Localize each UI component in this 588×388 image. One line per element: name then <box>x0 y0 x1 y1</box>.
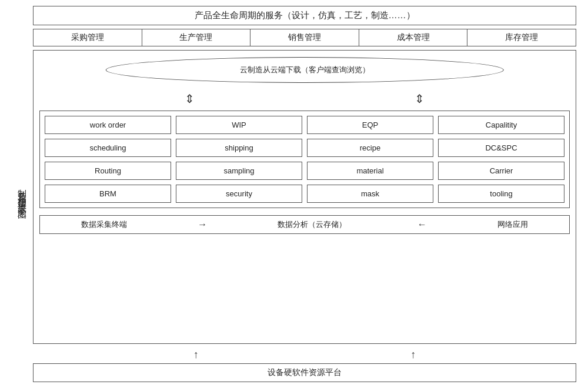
top-service-bar: 产品全生命周期的服务（设计，仿真，工艺，制造……） <box>33 6 576 25</box>
module-grid: work order WIP EQP Capalitity scheduling… <box>45 116 564 203</box>
module-dcspc: DC&SPC <box>438 139 564 157</box>
module-sampling: sampling <box>176 162 302 180</box>
mgmt-row: 采购管理 生产管理 销售管理 成本管理 库存管理 <box>33 29 576 46</box>
up-arrows-row: ↑ ↑ <box>87 349 522 361</box>
module-tooling: tooling <box>438 185 564 203</box>
module-material: material <box>307 162 433 180</box>
module-carrier: Carrier <box>438 162 564 180</box>
module-eqp: EQP <box>307 116 433 134</box>
cloud-section: 云制造从云端下载（客户端查询浏览） ⇕ ⇕ work order WIP EQP… <box>33 50 576 344</box>
arrow-up-right: ↑ <box>410 349 416 361</box>
data-row: 数据采集终端 → 数据分析（云存储） ← 网络应用 <box>39 215 570 234</box>
hardware-section: ↑ ↑ 设备硬软件资源平台 <box>33 349 576 382</box>
cloud-oval-container: 云制造从云端下载（客户端查询浏览） <box>39 55 570 85</box>
mgmt-item-1: 生产管理 <box>142 29 251 46</box>
module-work-order: work order <box>45 116 171 134</box>
arrow-right-1: → <box>198 219 207 230</box>
cloud-header: 云制造从云端下载（客户端查询浏览） <box>39 55 570 85</box>
top-service-text: 产品全生命周期的服务（设计，仿真，工艺，制造……） <box>195 10 415 20</box>
mgmt-item-4: 库存管理 <box>467 29 576 46</box>
inner-grid-section: work order WIP EQP Capalitity scheduling… <box>39 111 570 208</box>
arrow-up-left: ↑ <box>193 349 199 361</box>
hardware-bar: 设备硬软件资源平台 <box>33 363 576 382</box>
module-security: security <box>176 185 302 203</box>
data-analysis: 数据分析（云存储） <box>278 219 346 230</box>
data-collect: 数据采集终端 <box>81 219 127 230</box>
module-capalitity: Capalitity <box>438 116 564 134</box>
module-brm: BRM <box>45 185 171 203</box>
mgmt-item-3: 成本管理 <box>359 29 468 46</box>
module-scheduling: scheduling <box>45 139 171 157</box>
module-shipping: shipping <box>176 139 302 157</box>
arrow-left-1: ← <box>417 219 427 230</box>
arrow-updown-left: ⇕ <box>185 92 195 106</box>
module-wip: WIP <box>176 116 302 134</box>
module-mask: mask <box>307 185 433 203</box>
left-label: 制造云构建层次示意图 <box>12 6 33 382</box>
arrow-updown-right: ⇕ <box>415 92 425 106</box>
main-content: 产品全生命周期的服务（设计，仿真，工艺，制造……） 采购管理 生产管理 销售管理… <box>33 6 576 382</box>
cloud-oval-text: 云制造从云端下载（客户端查询浏览） <box>240 65 370 75</box>
network-app: 网络应用 <box>497 219 528 230</box>
mgmt-item-2: 销售管理 <box>250 29 359 46</box>
arrows-row: ⇕ ⇕ <box>39 92 570 106</box>
module-recipe: recipe <box>307 139 433 157</box>
left-label-text: 制造云构建层次示意图 <box>15 182 29 206</box>
module-routing: Routing <box>45 162 171 180</box>
mgmt-item-0: 采购管理 <box>34 29 142 46</box>
